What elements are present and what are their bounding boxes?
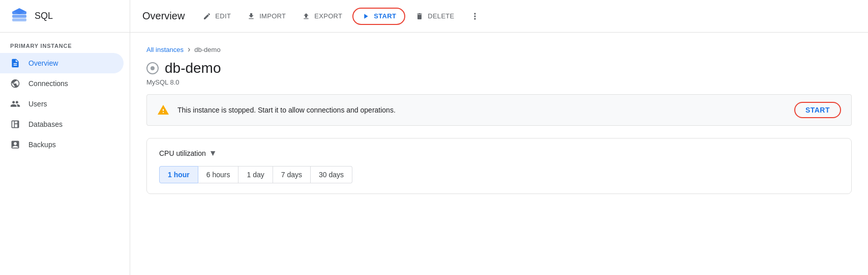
instance-name: db-demo [165, 60, 221, 76]
topbar-start-button[interactable]: START [352, 8, 405, 25]
sidebar-item-databases[interactable]: Databases [0, 114, 124, 134]
start-label: START [374, 12, 396, 20]
edit-label: EDIT [215, 12, 231, 20]
instance-title-row: db-demo [146, 60, 852, 76]
delete-icon [415, 12, 425, 21]
play-icon [362, 12, 371, 21]
time-btn-1hour[interactable]: 1 hour [159, 166, 198, 183]
chart-header: CPU utilization ▼ [159, 149, 839, 158]
warning-start-button[interactable]: START [794, 102, 841, 118]
users-icon [10, 99, 20, 109]
sidebar-header: SQL [0, 0, 130, 33]
chart-dropdown-icon[interactable]: ▼ [209, 149, 217, 158]
sidebar-item-users[interactable]: Users [0, 94, 124, 114]
sidebar-item-backups[interactable]: Backups [0, 134, 124, 155]
delete-button[interactable]: DELETE [409, 8, 460, 25]
sidebar-item-label-overview: Overview [28, 59, 58, 67]
edit-icon [203, 12, 212, 21]
instance-subtitle: MySQL 8.0 [146, 78, 852, 86]
warning-icon [157, 104, 169, 116]
import-label: IMPORT [259, 12, 286, 20]
delete-label: DELETE [428, 12, 454, 20]
main-content: Overview EDIT IMPORT EXPORT START [130, 0, 868, 275]
instance-status-icon [146, 62, 159, 74]
svg-rect-2 [12, 18, 26, 21]
topbar-title: Overview [142, 10, 185, 22]
breadcrumb: All instances › db-demo [146, 45, 852, 54]
breadcrumb-separator: › [188, 45, 190, 54]
chart-title: CPU utilization [159, 149, 206, 157]
sidebar-item-label-backups: Backups [28, 141, 56, 149]
sidebar: SQL PRIMARY INSTANCE Overview Connection… [0, 0, 130, 275]
connections-icon [10, 78, 20, 89]
sidebar-item-connections[interactable]: Connections [0, 73, 124, 94]
export-button[interactable]: EXPORT [296, 8, 348, 25]
backups-icon [10, 140, 20, 150]
warning-banner: This instance is stopped. Start it to al… [146, 94, 852, 126]
time-btn-30days[interactable]: 30 days [311, 166, 352, 183]
breadcrumb-current: db-demo [194, 46, 220, 53]
time-btn-6hours[interactable]: 6 hours [198, 166, 239, 183]
sidebar-item-label-connections: Connections [28, 79, 68, 88]
topbar: Overview EDIT IMPORT EXPORT START [130, 0, 868, 33]
time-btn-1day[interactable]: 1 day [238, 166, 273, 183]
edit-button[interactable]: EDIT [197, 8, 237, 25]
overview-icon [10, 58, 20, 68]
sidebar-section-label: PRIMARY INSTANCE [0, 33, 130, 53]
more-options-button[interactable] [465, 6, 485, 26]
breadcrumb-all-instances[interactable]: All instances [146, 46, 184, 53]
sidebar-item-overview[interactable]: Overview [0, 53, 124, 73]
import-icon [247, 12, 256, 21]
export-icon [302, 12, 311, 21]
import-button[interactable]: IMPORT [241, 8, 292, 25]
warning-text: This instance is stopped. Start it to al… [177, 106, 786, 114]
svg-rect-1 [12, 15, 26, 18]
sidebar-title: SQL [35, 11, 53, 21]
svg-point-4 [151, 66, 155, 70]
export-label: EXPORT [314, 12, 342, 20]
time-btn-7days[interactable]: 7 days [273, 166, 311, 183]
databases-icon [10, 119, 20, 129]
content-area: All instances › db-demo db-demo MySQL 8.… [130, 33, 868, 275]
sidebar-nav: Overview Connections Users Databases [0, 53, 130, 155]
time-range-selector: 1 hour 6 hours 1 day 7 days 30 days [159, 166, 839, 183]
sidebar-item-label-users: Users [28, 100, 47, 108]
chart-section: CPU utilization ▼ 1 hour 6 hours 1 day 7… [146, 138, 852, 194]
sql-logo-icon [10, 7, 28, 25]
sidebar-item-label-databases: Databases [28, 120, 63, 128]
